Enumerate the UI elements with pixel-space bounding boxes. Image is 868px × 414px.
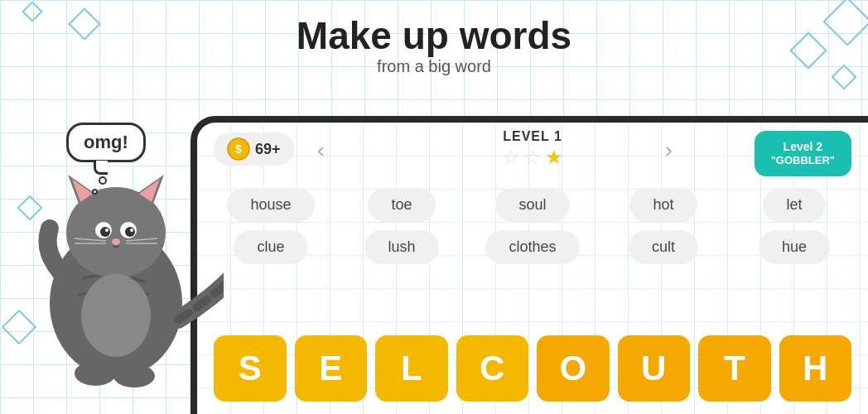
svg-point-8: [100, 227, 110, 237]
svg-point-17: [75, 361, 116, 386]
word-pill-hue[interactable]: hue: [759, 230, 830, 264]
next-level-label: Level 2: [771, 139, 835, 154]
next-level-word: "GOBBLER": [771, 154, 835, 168]
svg-point-18: [113, 364, 155, 388]
svg-point-9: [125, 227, 135, 237]
tile-O[interactable]: O: [537, 335, 610, 402]
word-pill-hot[interactable]: hot: [629, 188, 697, 222]
tile-E[interactable]: E: [295, 335, 368, 402]
star-1: ☆: [502, 146, 520, 169]
nav-arrow-left[interactable]: ‹: [317, 137, 325, 163]
game-panel: $ 69+ ‹ LEVEL 1 ☆ ☆ ★ ›: [197, 123, 868, 414]
cat-character: [0, 0, 224, 414]
tile-S[interactable]: S: [214, 335, 287, 402]
coin-amount: 69+: [255, 141, 281, 158]
tile-L[interactable]: L: [375, 335, 448, 402]
star-3: ★: [545, 146, 563, 169]
word-column-3: soul clothes: [467, 188, 598, 264]
svg-text:$: $: [235, 142, 242, 156]
svg-point-10: [105, 229, 108, 232]
speech-bubble: omg!: [66, 123, 146, 162]
tile-C[interactable]: C: [456, 335, 529, 402]
coin-display: $ 69+: [214, 132, 294, 166]
word-column-1: house clue: [205, 188, 336, 264]
tiles-area: S E L C O U T H: [214, 335, 851, 402]
svg-point-19: [81, 274, 151, 357]
tile-T[interactable]: T: [698, 335, 771, 402]
tile-U[interactable]: U: [618, 335, 691, 402]
word-pill-let[interactable]: let: [763, 188, 825, 222]
game-area: $ 69+ ‹ LEVEL 1 ☆ ☆ ★ ›: [190, 116, 868, 414]
word-pill-soul[interactable]: soul: [495, 188, 569, 222]
nav-arrow-right[interactable]: ›: [665, 137, 673, 163]
word-column-2: toe lush: [336, 188, 467, 264]
stars: ☆ ☆ ★: [502, 146, 563, 169]
svg-point-11: [130, 229, 133, 232]
word-pill-cult[interactable]: cult: [629, 230, 698, 264]
bubble-dot-1: [99, 176, 107, 185]
star-2: ☆: [523, 146, 542, 169]
tile-H[interactable]: H: [779, 335, 852, 402]
word-pill-lush[interactable]: lush: [364, 230, 438, 264]
speech-bubble-text: omg!: [84, 132, 128, 152]
level-label: LEVEL 1: [502, 129, 563, 144]
coin-icon: $: [227, 137, 250, 161]
bubble-dot-2: [92, 189, 98, 195]
top-bar: $ 69+ ‹ LEVEL 1 ☆ ☆ ★ ›: [197, 123, 868, 176]
next-level-button[interactable]: Level 2 "GOBBLER": [755, 131, 851, 176]
svg-point-12: [112, 238, 120, 245]
word-column-4: hot cult: [598, 188, 729, 264]
level-section: LEVEL 1 ☆ ☆ ★: [502, 129, 563, 169]
word-column-5: let hue: [729, 188, 860, 264]
word-grid: house clue toe lush soul clothes hot cul…: [197, 176, 868, 277]
word-pill-toe[interactable]: toe: [368, 188, 435, 222]
word-pill-clue[interactable]: clue: [234, 230, 307, 264]
word-pill-house[interactable]: house: [227, 188, 314, 222]
word-pill-clothes[interactable]: clothes: [485, 230, 579, 264]
